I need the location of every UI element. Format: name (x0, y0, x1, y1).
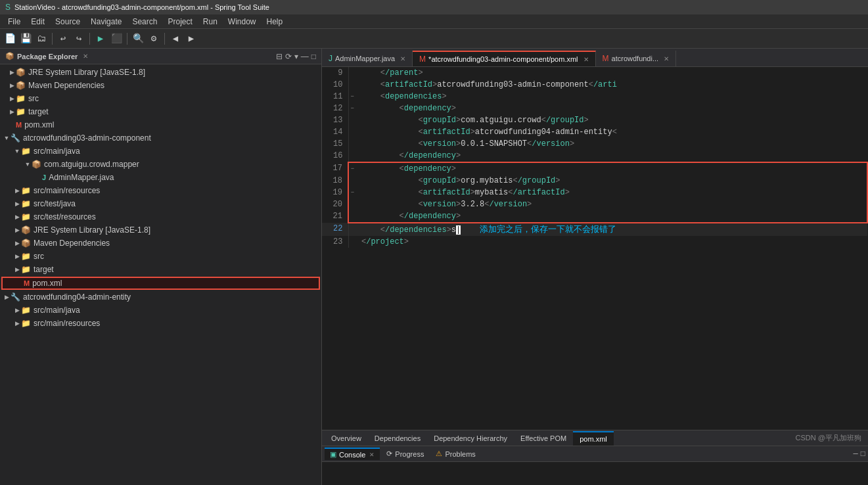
tree-item-target[interactable]: ▶ 📁 target (0, 105, 321, 118)
console-panel: ▣ Console ✕ ⟳ Progress ⚠ Problems — (322, 446, 868, 485)
chevron-down-icon[interactable]: ▾ (294, 52, 298, 61)
tree-arrow: ▶ (13, 306, 21, 314)
line-content[interactable]: </dependency> (356, 210, 867, 223)
tree-item-src-test-resources[interactable]: ▶ 📁 src/test/resources (0, 210, 321, 223)
tree-item-jre2[interactable]: ▶ 📦 JRE System Library [JavaSE-1.8] (0, 223, 321, 237)
line-content[interactable]: </dependencies>s| 添加完之后，保存一下就不会报错了 (356, 223, 867, 236)
code-line-23: 23 </project> (322, 236, 867, 248)
close-icon[interactable]: ✕ (83, 53, 88, 60)
tree-item-package[interactable]: ▼ 📦 com.atguigu.crowd.mapper (0, 158, 321, 171)
collapse-icon[interactable]: ⊟ (276, 52, 283, 61)
line-content[interactable]: <dependency> (356, 162, 867, 175)
back-button[interactable]: ◀ (168, 32, 183, 46)
tree-item-src2[interactable]: ▶ 📁 src (0, 250, 321, 263)
line-content[interactable]: <dependency> (356, 103, 867, 114)
xml-file-icon: M (603, 54, 609, 63)
undo-button[interactable]: ↩ (56, 32, 70, 46)
tree-item-target2[interactable]: ▶ 📁 target (0, 263, 321, 276)
tab-effective-pom[interactable]: Effective POM (514, 431, 573, 446)
tab-dependency-hierarchy[interactable]: Dependency Hierarchy (427, 431, 514, 446)
search-button[interactable]: 🔍 (131, 32, 145, 46)
maximize-console-icon[interactable]: □ (861, 450, 865, 459)
tab-pom-xml[interactable]: M *atcrowdfunding03-admin-component/pom.… (413, 51, 595, 66)
forward-button[interactable]: ▶ (184, 32, 198, 46)
tree-item-label: src/main/resources (34, 319, 100, 328)
save-all-button[interactable]: 🗂 (34, 32, 49, 46)
save-button[interactable]: 💾 (18, 32, 33, 46)
header-icons: ⊟ ⟳ ▾ — □ (276, 52, 316, 61)
line-content[interactable]: <artifactId>mybatis</artifactId> (356, 187, 867, 198)
tab-close-button[interactable]: ✕ (583, 56, 589, 63)
tab-close-button[interactable]: ✕ (400, 55, 405, 62)
package-explorer-icon: 📦 (5, 52, 14, 60)
menu-item-window[interactable]: Window (223, 16, 262, 28)
redo-button[interactable]: ↪ (72, 32, 86, 46)
tab-adminmapper[interactable]: J AdminMapper.java ✕ (322, 51, 413, 66)
tab-pom-xml-2[interactable]: M atcrowdfundi... ✕ (596, 51, 677, 66)
project-icon: 🔧 (11, 133, 20, 143)
package-explorer-header: 📦 Package Explorer ✕ ⊟ ⟳ ▾ — □ (0, 49, 321, 64)
code-editor[interactable]: 9 </parent> 10 <artifactId>atcrowdfundin… (322, 67, 868, 430)
console-content (322, 462, 868, 485)
menu-item-file[interactable]: File (3, 16, 26, 28)
tree-item-src-main-resources[interactable]: ▶ 📁 src/main/resources (0, 184, 321, 197)
tree-item-src-main-java[interactable]: ▼ 📁 src/main/java (0, 145, 321, 158)
tree-item-project04[interactable]: ▶ 🔧 atcrowdfunding04-admin-entity (0, 290, 321, 304)
fold-icon: − (348, 91, 356, 103)
tree-item-jre[interactable]: ▶ 📦 JRE System Library [JavaSE-1.8] (0, 66, 321, 79)
tree-item-src-main-resources2[interactable]: ▶ 📁 src/main/resources (0, 317, 321, 330)
menu-item-source[interactable]: Source (50, 16, 85, 28)
menu-item-search[interactable]: Search (127, 16, 162, 28)
watermark: CSDN @平凡加班狗 (796, 433, 861, 443)
tab-pom-xml-bottom[interactable]: pom.xml (573, 431, 614, 446)
tree-arrow: ▶ (13, 187, 21, 195)
menu-item-project[interactable]: Project (162, 16, 197, 28)
line-num: 17 (322, 162, 348, 175)
new-button[interactable]: 📄 (3, 32, 17, 46)
maximize-panel-icon[interactable]: □ (311, 52, 316, 61)
console-tab-close[interactable]: ✕ (369, 451, 375, 458)
menu-item-navigate[interactable]: Navigate (85, 16, 127, 28)
menu-item-edit[interactable]: Edit (26, 16, 50, 28)
tree-item-src-main-java2[interactable]: ▶ 📁 src/main/java (0, 304, 321, 317)
tab-console[interactable]: ▣ Console ✕ (325, 448, 380, 460)
sync-icon[interactable]: ⟳ (285, 52, 292, 61)
tab-close-button[interactable]: ✕ (664, 55, 669, 62)
tree-item-label: src (28, 94, 39, 103)
debug-button[interactable]: ⬛ (109, 32, 124, 46)
line-num: 23 (322, 236, 348, 248)
tab-dependencies[interactable]: Dependencies (368, 431, 427, 446)
line-content[interactable]: </parent> (356, 67, 867, 79)
tree-item-pom-highlighted[interactable]: M pom.xml (1, 277, 320, 290)
line-content[interactable]: </dependency> (356, 150, 867, 162)
line-content[interactable]: <artifactId>atcrowdfunding04-admin-entit… (356, 126, 867, 138)
fold-icon (348, 210, 356, 223)
menu-item-help[interactable]: Help (262, 16, 288, 28)
tab-progress[interactable]: ⟳ Progress (381, 448, 429, 460)
run-button[interactable]: ▶ (93, 32, 108, 46)
settings-button[interactable]: ⚙ (147, 32, 161, 46)
minimize-panel-icon[interactable]: — (301, 52, 309, 61)
code-line-13: 13 <groupId>com.atguigu.crowd</groupId> (322, 114, 867, 126)
tree-arrow (34, 173, 42, 181)
tree-item-pom-root[interactable]: M pom.xml (0, 118, 321, 131)
line-content[interactable]: </project> (356, 236, 867, 248)
tree-item-project03[interactable]: ▼ 🔧 atcrowdfunding03-admin-component (0, 131, 321, 145)
line-content[interactable]: <version>0.0.1-SNAPSHOT</version> (356, 138, 867, 150)
tab-problems[interactable]: ⚠ Problems (430, 448, 480, 460)
line-content[interactable]: <dependencies> (356, 91, 867, 103)
menu-item-run[interactable]: Run (198, 16, 223, 28)
tree-item-adminmapper[interactable]: J AdminMapper.java (0, 171, 321, 184)
line-content[interactable]: <groupId>org.mybatis</groupId> (356, 175, 867, 187)
line-content[interactable]: <artifactId>atcrowdfunding03-admin-compo… (356, 79, 867, 91)
tab-overview[interactable]: Overview (325, 431, 368, 446)
folder-icon: 📁 (21, 199, 31, 208)
tree-item-src[interactable]: ▶ 📁 src (0, 92, 321, 105)
tree-item-maven-deps[interactable]: ▶ 📦 Maven Dependencies (0, 79, 321, 92)
tree-item-src-test-java[interactable]: ▶ 📁 src/test/java (0, 197, 321, 210)
tree-item-maven-deps2[interactable]: ▶ 📦 Maven Dependencies (0, 237, 321, 250)
minimize-console-icon[interactable]: — (854, 450, 858, 459)
line-content[interactable]: <groupId>com.atguigu.crowd</groupId> (356, 114, 867, 126)
line-content[interactable]: <version>3.2.8</version> (356, 198, 867, 210)
tree-arrow: ▶ (13, 200, 21, 208)
